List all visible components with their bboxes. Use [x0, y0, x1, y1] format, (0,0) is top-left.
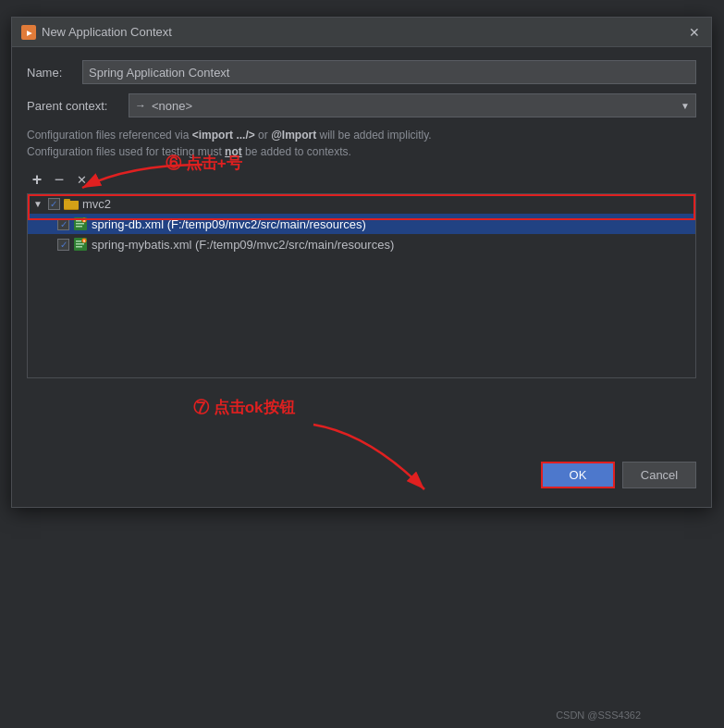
- cancel-button[interactable]: Cancel: [622, 462, 696, 488]
- app-icon: ▶: [21, 25, 36, 40]
- svg-rect-9: [76, 226, 82, 228]
- child-0-label: spring-db.xml (F:/temp09/mvc2/src/main/r…: [92, 217, 366, 231]
- info-text: Configuration files referenced via <impo…: [27, 127, 696, 160]
- title-left: ▶ New Application Context: [21, 25, 172, 40]
- clear-button[interactable]: ✕: [71, 169, 92, 190]
- dialog: ▶ New Application Context ✕ Name: Parent…: [11, 17, 712, 508]
- chevron-down-icon: ▼: [681, 101, 690, 111]
- parent-context-label: Parent context:: [27, 99, 129, 113]
- tree-child-item-1[interactable]: ✓ S spring-mybatis.xml (F:/temp09/mvc2/s…: [28, 234, 695, 254]
- tree-child-item-0[interactable]: ✓ S spring-db.xml (F:/temp09/mvc2/src/ma…: [28, 214, 695, 234]
- svg-rect-15: [76, 246, 82, 248]
- svg-rect-13: [76, 241, 81, 242]
- name-input[interactable]: [82, 60, 696, 84]
- name-label: Name:: [27, 66, 82, 80]
- close-button[interactable]: ✕: [687, 25, 702, 40]
- watermark: CSDN @SSS4362: [556, 709, 641, 721]
- parent-context-select[interactable]: → <none> ▼: [129, 93, 696, 117]
- svg-text:S: S: [83, 239, 86, 243]
- toolbar-annotation-wrapper: + − ✕ ⑥ 点击+号: [27, 169, 696, 378]
- child-0-checkbox[interactable]: ✓: [57, 218, 69, 230]
- spring-file-icon-0: S: [73, 216, 88, 231]
- remove-button[interactable]: −: [49, 169, 69, 190]
- folder-icon: [64, 198, 79, 210]
- tree-root-item[interactable]: ▼ ✓ mvc2: [28, 194, 695, 214]
- root-checkbox[interactable]: ✓: [48, 198, 60, 210]
- button-row: OK Cancel: [27, 462, 696, 492]
- svg-rect-8: [76, 223, 84, 225]
- svg-rect-14: [76, 243, 84, 245]
- parent-context-select-inner: → <none>: [135, 99, 192, 113]
- tree-container[interactable]: ▼ ✓ mvc2 ✓: [27, 193, 696, 378]
- add-button[interactable]: +: [27, 169, 47, 190]
- child-1-label: spring-mybatis.xml (F:/temp09/mvc2/src/m…: [92, 238, 394, 252]
- dialog-body: Name: Parent context: → <none> ▼ Configu…: [12, 47, 711, 507]
- name-row: Name:: [27, 60, 696, 84]
- svg-rect-5: [64, 201, 79, 209]
- annotation-7-text: ⑦ 点击ok按钮: [193, 399, 295, 416]
- expand-icon: ▼: [33, 199, 43, 209]
- dialog-titlebar: ▶ New Application Context ✕: [12, 18, 711, 47]
- child-1-checkbox[interactable]: ✓: [57, 239, 69, 251]
- root-label: mvc2: [82, 197, 111, 211]
- annotation-7: ⑦ 点击ok按钮: [193, 397, 295, 418]
- svg-text:S: S: [83, 218, 86, 223]
- ok-button[interactable]: OK: [541, 462, 615, 488]
- toolbar: + − ✕: [27, 169, 696, 190]
- parent-context-value: <none>: [152, 99, 192, 113]
- svg-rect-7: [76, 220, 81, 222]
- spring-file-icon-1: S: [73, 237, 88, 252]
- dialog-title: New Application Context: [42, 25, 172, 39]
- bottom-area: ⑦ 点击ok按钮 OK Cancel: [27, 378, 696, 492]
- arrow-icon: →: [135, 99, 146, 112]
- parent-context-row: Parent context: → <none> ▼: [27, 93, 696, 117]
